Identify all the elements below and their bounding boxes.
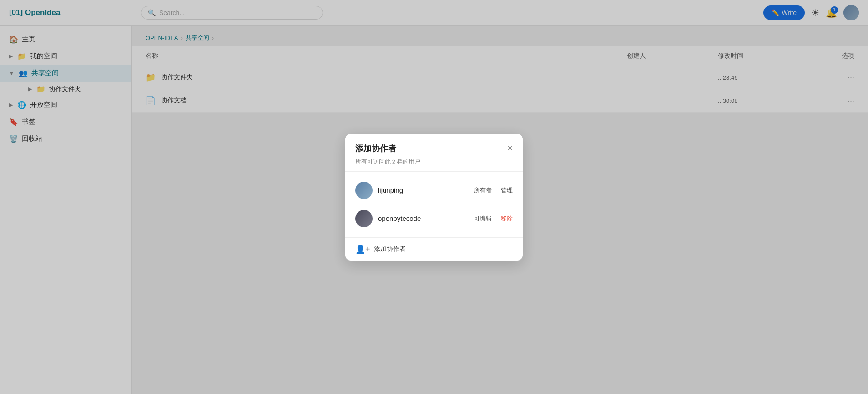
collaborator-row-1: lijunping 所有者 管理 — [345, 176, 523, 205]
add-collaborator-modal: 添加协作者 × 所有可访问此文档的用户 lijunping 所有者 管理 ope… — [345, 134, 523, 261]
collaborator-row-2: openbytecode 可编辑 移除 — [345, 205, 523, 233]
collab-name-1: lijunping — [378, 186, 469, 194]
modal-overlay[interactable]: 添加协作者 × 所有可访问此文档的用户 lijunping 所有者 管理 ope… — [0, 0, 868, 394]
add-collaborator-footer[interactable]: 👤+ 添加协作者 — [345, 237, 523, 261]
collab-avatar-2 — [355, 210, 373, 227]
collab-action-1[interactable]: 管理 — [501, 186, 513, 194]
collab-role-2: 可编辑 — [474, 215, 492, 223]
collab-avatar-1 — [355, 182, 373, 199]
modal-header: 添加协作者 × — [345, 134, 523, 158]
collab-role-1: 所有者 — [474, 186, 492, 194]
add-collaborator-label: 添加协作者 — [374, 245, 406, 253]
modal-close-button[interactable]: × — [507, 143, 513, 154]
collab-action-2[interactable]: 移除 — [501, 215, 513, 223]
modal-title: 添加协作者 — [355, 143, 396, 154]
add-user-icon: 👤+ — [355, 244, 370, 254]
modal-subtitle: 所有可访问此文档的用户 — [345, 158, 523, 171]
collab-name-2: openbytecode — [378, 215, 469, 222]
modal-body: lijunping 所有者 管理 openbytecode 可编辑 移除 — [345, 172, 523, 237]
